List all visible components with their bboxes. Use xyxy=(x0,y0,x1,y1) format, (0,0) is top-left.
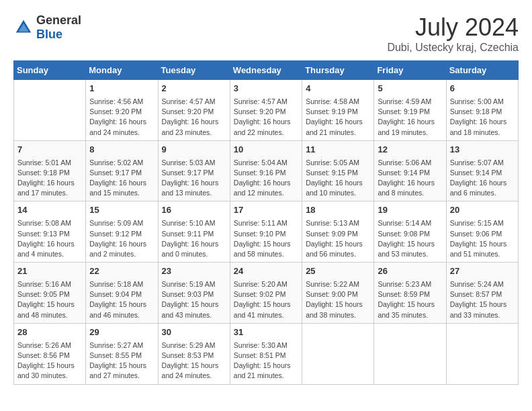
calendar-cell: 14Sunrise: 5:08 AM Sunset: 9:13 PM Dayli… xyxy=(14,201,86,263)
calendar-cell: 2Sunrise: 4:57 AM Sunset: 9:20 PM Daylig… xyxy=(158,80,230,141)
calendar-cell: 22Sunrise: 5:18 AM Sunset: 9:04 PM Dayli… xyxy=(86,263,158,324)
day-info: Sunrise: 5:20 AM Sunset: 9:02 PM Dayligh… xyxy=(234,279,298,320)
day-number: 28 xyxy=(17,326,82,339)
day-info: Sunrise: 5:07 AM Sunset: 9:14 PM Dayligh… xyxy=(450,158,515,199)
day-info: Sunrise: 4:58 AM Sunset: 9:19 PM Dayligh… xyxy=(306,97,370,138)
header-day-saturday: Saturday xyxy=(446,61,518,80)
day-info: Sunrise: 5:04 AM Sunset: 9:16 PM Dayligh… xyxy=(234,158,298,199)
day-number: 5 xyxy=(378,83,442,95)
day-number: 29 xyxy=(89,326,154,339)
day-number: 2 xyxy=(162,83,226,95)
calendar-cell: 8Sunrise: 5:02 AM Sunset: 9:17 PM Daylig… xyxy=(86,140,158,201)
day-number: 16 xyxy=(162,204,226,217)
logo: General Blue xyxy=(13,13,81,42)
day-number: 18 xyxy=(306,204,370,217)
day-info: Sunrise: 5:18 AM Sunset: 9:04 PM Dayligh… xyxy=(89,279,154,320)
day-info: Sunrise: 5:05 AM Sunset: 9:15 PM Dayligh… xyxy=(306,158,370,199)
week-row-1: 1Sunrise: 4:56 AM Sunset: 9:20 PM Daylig… xyxy=(14,80,519,141)
header-day-wednesday: Wednesday xyxy=(230,61,302,80)
day-info: Sunrise: 5:23 AM Sunset: 8:59 PM Dayligh… xyxy=(378,279,442,320)
header-day-tuesday: Tuesday xyxy=(158,61,230,80)
day-number: 10 xyxy=(234,144,298,156)
day-info: Sunrise: 5:19 AM Sunset: 9:03 PM Dayligh… xyxy=(162,279,226,320)
calendar-cell xyxy=(14,80,86,141)
day-info: Sunrise: 5:06 AM Sunset: 9:14 PM Dayligh… xyxy=(378,158,442,199)
page-header: General Blue July 2024 Dubi, Ustecky kra… xyxy=(13,13,519,54)
day-info: Sunrise: 5:15 AM Sunset: 9:06 PM Dayligh… xyxy=(450,218,515,259)
calendar-subtitle: Dubi, Ustecky kraj, Czechia xyxy=(387,42,519,54)
day-info: Sunrise: 5:00 AM Sunset: 9:18 PM Dayligh… xyxy=(450,97,515,138)
day-number: 25 xyxy=(306,265,370,278)
logo-blue-text: Blue xyxy=(36,28,81,42)
calendar-title: July 2024 xyxy=(387,13,519,42)
day-info: Sunrise: 4:56 AM Sunset: 9:20 PM Dayligh… xyxy=(89,97,154,138)
day-info: Sunrise: 5:10 AM Sunset: 9:11 PM Dayligh… xyxy=(162,218,226,259)
day-info: Sunrise: 5:27 AM Sunset: 8:55 PM Dayligh… xyxy=(89,340,154,381)
day-number: 21 xyxy=(17,265,82,278)
calendar-cell: 6Sunrise: 5:00 AM Sunset: 9:18 PM Daylig… xyxy=(446,80,518,141)
day-number: 12 xyxy=(378,144,442,156)
calendar-cell: 29Sunrise: 5:27 AM Sunset: 8:55 PM Dayli… xyxy=(86,323,158,384)
day-number: 20 xyxy=(450,204,515,217)
day-number: 24 xyxy=(234,265,298,278)
day-number: 15 xyxy=(89,204,154,217)
day-number: 11 xyxy=(306,144,370,156)
day-number: 14 xyxy=(17,204,82,217)
week-row-4: 21Sunrise: 5:16 AM Sunset: 9:05 PM Dayli… xyxy=(14,263,519,324)
day-info: Sunrise: 5:02 AM Sunset: 9:17 PM Dayligh… xyxy=(89,158,154,199)
day-info: Sunrise: 5:13 AM Sunset: 9:09 PM Dayligh… xyxy=(306,218,370,259)
calendar-cell: 27Sunrise: 5:24 AM Sunset: 8:57 PM Dayli… xyxy=(446,263,518,324)
day-info: Sunrise: 4:59 AM Sunset: 9:19 PM Dayligh… xyxy=(378,97,442,138)
day-info: Sunrise: 5:11 AM Sunset: 9:10 PM Dayligh… xyxy=(234,218,298,259)
header-day-sunday: Sunday xyxy=(14,61,86,80)
header-day-monday: Monday xyxy=(86,61,158,80)
calendar-cell: 31Sunrise: 5:30 AM Sunset: 8:51 PM Dayli… xyxy=(230,323,302,384)
calendar-cell: 10Sunrise: 5:04 AM Sunset: 9:16 PM Dayli… xyxy=(230,140,302,201)
day-number: 3 xyxy=(234,83,298,95)
day-info: Sunrise: 5:24 AM Sunset: 8:57 PM Dayligh… xyxy=(450,279,515,320)
day-number: 23 xyxy=(162,265,226,278)
calendar-cell xyxy=(302,323,374,384)
day-info: Sunrise: 5:01 AM Sunset: 9:18 PM Dayligh… xyxy=(17,158,82,199)
calendar-cell: 4Sunrise: 4:58 AM Sunset: 9:19 PM Daylig… xyxy=(302,80,374,141)
day-info: Sunrise: 5:26 AM Sunset: 8:56 PM Dayligh… xyxy=(17,340,82,381)
week-row-3: 14Sunrise: 5:08 AM Sunset: 9:13 PM Dayli… xyxy=(14,201,519,263)
calendar-cell: 26Sunrise: 5:23 AM Sunset: 8:59 PM Dayli… xyxy=(374,263,446,324)
header-day-friday: Friday xyxy=(374,61,446,80)
day-number: 27 xyxy=(450,265,515,278)
day-info: Sunrise: 5:29 AM Sunset: 8:53 PM Dayligh… xyxy=(162,340,226,381)
day-number: 1 xyxy=(89,83,154,95)
day-info: Sunrise: 4:57 AM Sunset: 9:20 PM Dayligh… xyxy=(162,97,226,138)
calendar-cell: 19Sunrise: 5:14 AM Sunset: 9:08 PM Dayli… xyxy=(374,201,446,263)
day-number: 8 xyxy=(89,144,154,156)
calendar-cell: 13Sunrise: 5:07 AM Sunset: 9:14 PM Dayli… xyxy=(446,140,518,201)
day-number: 19 xyxy=(378,204,442,217)
calendar-cell: 24Sunrise: 5:20 AM Sunset: 9:02 PM Dayli… xyxy=(230,263,302,324)
day-number: 7 xyxy=(17,144,82,156)
day-number: 13 xyxy=(450,144,515,156)
calendar-cell xyxy=(374,323,446,384)
calendar-cell xyxy=(446,323,518,384)
day-info: Sunrise: 5:30 AM Sunset: 8:51 PM Dayligh… xyxy=(234,340,298,381)
calendar-cell: 7Sunrise: 5:01 AM Sunset: 9:18 PM Daylig… xyxy=(14,140,86,201)
day-info: Sunrise: 5:03 AM Sunset: 9:17 PM Dayligh… xyxy=(162,158,226,199)
calendar-cell: 25Sunrise: 5:22 AM Sunset: 9:00 PM Dayli… xyxy=(302,263,374,324)
day-number: 26 xyxy=(378,265,442,278)
calendar-cell: 12Sunrise: 5:06 AM Sunset: 9:14 PM Dayli… xyxy=(374,140,446,201)
title-block: July 2024 Dubi, Ustecky kraj, Czechia xyxy=(387,13,519,54)
logo-text: General Blue xyxy=(36,13,81,42)
header-day-thursday: Thursday xyxy=(302,61,374,80)
week-row-2: 7Sunrise: 5:01 AM Sunset: 9:18 PM Daylig… xyxy=(14,140,519,201)
calendar-cell: 28Sunrise: 5:26 AM Sunset: 8:56 PM Dayli… xyxy=(14,323,86,384)
day-number: 4 xyxy=(306,83,370,95)
day-number: 22 xyxy=(89,265,154,278)
calendar-cell: 3Sunrise: 4:57 AM Sunset: 9:20 PM Daylig… xyxy=(230,80,302,141)
day-number: 30 xyxy=(162,326,226,339)
day-info: Sunrise: 4:57 AM Sunset: 9:20 PM Dayligh… xyxy=(234,97,298,138)
calendar-cell: 11Sunrise: 5:05 AM Sunset: 9:15 PM Dayli… xyxy=(302,140,374,201)
day-number: 31 xyxy=(234,326,298,339)
day-info: Sunrise: 5:09 AM Sunset: 9:12 PM Dayligh… xyxy=(89,218,154,259)
calendar-cell: 9Sunrise: 5:03 AM Sunset: 9:17 PM Daylig… xyxy=(158,140,230,201)
day-info: Sunrise: 5:14 AM Sunset: 9:08 PM Dayligh… xyxy=(378,218,442,259)
day-number: 6 xyxy=(450,83,515,95)
